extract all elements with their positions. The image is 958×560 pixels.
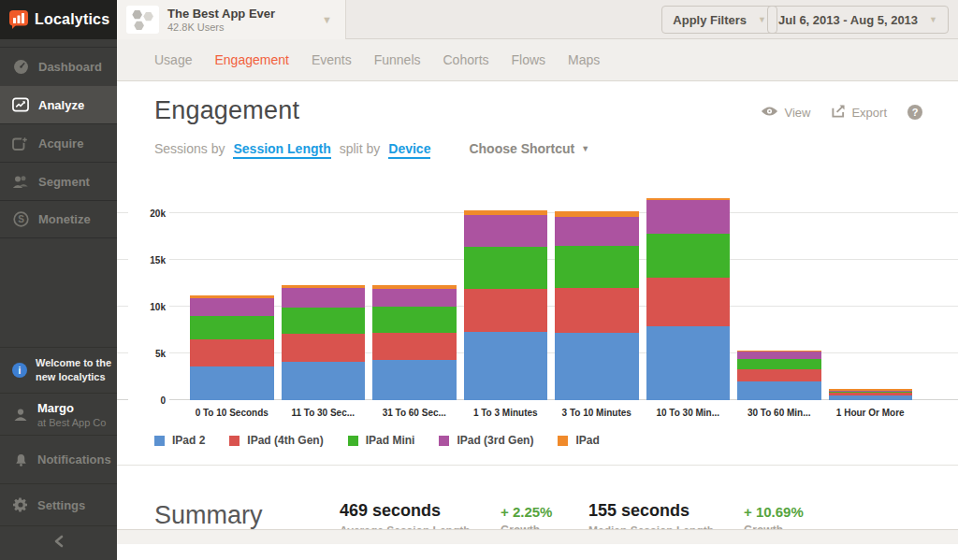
apply-filters-button[interactable]: Apply Filters ▼ [661, 6, 777, 34]
bar-segment[interactable] [737, 369, 821, 381]
sidebar-item-segment[interactable]: Segment [0, 162, 117, 200]
localytics-logo[interactable]: Localytics [0, 0, 117, 39]
stacked-bar[interactable] [464, 210, 548, 400]
stacked-bar[interactable] [555, 211, 639, 400]
sidebar-item-label: Monetize [38, 212, 91, 226]
bar-segment[interactable] [646, 278, 731, 326]
tab-usage[interactable]: Usage [154, 52, 192, 67]
legend-item[interactable]: IPad [558, 434, 599, 447]
metric-selector[interactable]: Session Length [233, 141, 330, 159]
bar-segment[interactable] [190, 298, 274, 316]
split-selector[interactable]: Device [388, 141, 430, 159]
app-users-count: 42.8K Users [167, 22, 275, 33]
bar-segment[interactable] [464, 289, 548, 332]
bar-segment[interactable] [737, 381, 821, 400]
bar-segment[interactable] [555, 288, 639, 333]
legend-item[interactable]: IPad (3rd Gen) [439, 434, 533, 447]
sidebar-item-acquire[interactable]: Acquire [0, 123, 117, 162]
bell-icon [12, 452, 29, 467]
legend-item[interactable]: IPad 2 [154, 434, 205, 447]
bar-segment[interactable] [372, 333, 457, 360]
choose-shortcut-dropdown[interactable]: Choose Shortcut ▼ [469, 141, 589, 156]
bar-segment[interactable] [372, 289, 457, 307]
bar-segment[interactable] [829, 395, 913, 401]
y-axis-tick-label: 5k [128, 349, 169, 359]
legend-label: IPad Mini [366, 434, 415, 447]
sidebar-item-dashboard[interactable]: Dashboard [0, 47, 117, 85]
bar-segment[interactable] [282, 308, 366, 334]
tab-events[interactable]: Events [312, 52, 352, 67]
user-company: at Best App Co [37, 417, 106, 428]
bar-segment[interactable] [372, 307, 457, 333]
svg-text:S: S [18, 214, 24, 224]
chevron-down-icon: ▼ [929, 15, 937, 24]
bar-segment[interactable] [190, 366, 274, 400]
gear-icon [12, 497, 29, 512]
bar-segment[interactable] [282, 288, 366, 308]
welcome-banner[interactable]: i Welcome to the new localytics [0, 347, 117, 393]
stacked-bar[interactable] [646, 198, 731, 400]
x-axis-category-label: 30 To 60 Min... [737, 408, 821, 418]
sidebar-item-label: Analyze [38, 98, 84, 112]
view-button[interactable]: View [761, 106, 810, 120]
query-middle: split by [340, 141, 381, 156]
app-name: The Best App Ever [167, 7, 275, 21]
legend-item[interactable]: IPad Mini [348, 434, 415, 447]
legend-item[interactable]: IPad (4th Gen) [229, 434, 323, 447]
sidebar-user[interactable]: Margo at Best App Co [0, 393, 117, 435]
logo-text: Localytics [35, 11, 109, 28]
stat-value: 469 seconds [340, 501, 487, 521]
tab-flows[interactable]: Flows [512, 52, 546, 67]
sidebar-nav: DashboardAnalyzeAcquireSegmentSMonetize [0, 47, 117, 238]
chart-plot-area: 05k10k15k20k [117, 189, 958, 400]
tab-maps[interactable]: Maps [568, 52, 600, 67]
notifications-label: Notifications [37, 452, 111, 467]
sidebar-collapse-button[interactable] [0, 525, 117, 560]
stacked-bar[interactable] [282, 285, 366, 400]
bar-segment[interactable] [555, 217, 639, 247]
bar-segment[interactable] [646, 326, 731, 400]
stacked-bar[interactable] [190, 295, 274, 400]
legend-swatch-icon [439, 436, 449, 446]
bar-segment[interactable] [646, 200, 731, 234]
bar-segment[interactable] [190, 316, 274, 339]
tab-funnels[interactable]: Funnels [374, 52, 421, 67]
app-selector[interactable]: The Best App Ever 42.8K Users ▼ [117, 0, 346, 39]
chevron-left-icon [53, 535, 65, 552]
stacked-bar[interactable] [737, 351, 821, 401]
query-prefix: Sessions by [154, 141, 225, 156]
divider [117, 465, 958, 466]
sidebar-item-label: Segment [38, 175, 90, 189]
export-button[interactable]: Export [831, 104, 887, 121]
bar-segment[interactable] [282, 362, 366, 400]
bar-segment[interactable] [190, 339, 274, 366]
bar-segment[interactable] [372, 360, 457, 400]
bar-segment[interactable] [555, 246, 639, 288]
localytics-logo-icon [8, 9, 29, 30]
legend-label: IPad [575, 434, 599, 447]
bar-segment[interactable] [282, 334, 366, 362]
bar-segment[interactable] [646, 234, 731, 278]
bar-segment[interactable] [737, 359, 821, 369]
sidebar-item-notifications[interactable]: Notifications [0, 435, 117, 483]
sidebar-item-settings[interactable]: Settings [0, 483, 117, 525]
stacked-bar[interactable] [829, 389, 913, 400]
bar-segment[interactable] [464, 332, 548, 400]
chevron-down-icon: ▼ [581, 144, 589, 153]
tab-cohorts[interactable]: Cohorts [443, 52, 489, 67]
x-axis-category-label: 3 To 10 Minutes [555, 408, 639, 418]
sidebar-item-analyze[interactable]: Analyze [0, 85, 117, 123]
bar-segment[interactable] [737, 352, 821, 359]
help-icon[interactable]: ? [907, 105, 922, 120]
sidebar-item-monetize[interactable]: SMonetize [0, 200, 117, 238]
export-icon [831, 104, 846, 121]
acquire-icon [12, 136, 29, 151]
bar-segment[interactable] [464, 215, 548, 247]
bar-segment[interactable] [555, 333, 639, 401]
date-range-picker[interactable]: Jul 6, 2013 - Aug 5, 2013 ▼ [767, 6, 949, 34]
y-axis-tick-label: 15k [128, 255, 169, 266]
x-axis-category-label: 31 To 60 Sec... [372, 408, 457, 418]
tab-engagement[interactable]: Engagement [214, 52, 288, 67]
stacked-bar[interactable] [372, 285, 457, 400]
bar-segment[interactable] [464, 247, 548, 289]
